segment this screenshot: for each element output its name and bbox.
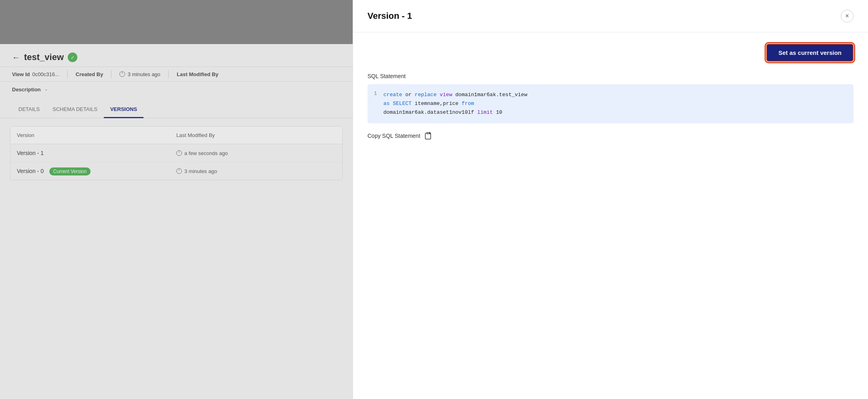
- copy-sql-label: Copy SQL Statement: [367, 133, 420, 139]
- last-modified-label: Last Modified By: [177, 71, 218, 77]
- version-1-time-value: a few seconds ago: [184, 150, 228, 156]
- versions-table: Version Last Modified By Version - 1 a f…: [10, 126, 343, 180]
- created-by-item: Created By: [76, 71, 103, 77]
- version-0-text: Version - 0: [17, 168, 44, 174]
- table-row[interactable]: Version - 1 a few seconds ago: [10, 144, 342, 162]
- sql-dataset: domain1mar6ak.dataset1nov10lf: [384, 109, 477, 115]
- table-header: Version Last Modified By: [10, 127, 342, 144]
- modal-body: Set as current version SQL Statement 1 c…: [353, 32, 868, 399]
- version-0-time: 3 minutes ago: [176, 168, 336, 174]
- last-modified-item: Last Modified By: [177, 71, 218, 77]
- version-1-time: a few seconds ago: [176, 150, 336, 156]
- header-version: Version: [17, 132, 176, 138]
- top-overlay: [0, 0, 353, 44]
- modal-header: Version - 1 ×: [353, 0, 868, 32]
- tab-details[interactable]: DETAILS: [12, 101, 46, 118]
- modal-title: Version - 1: [367, 11, 412, 21]
- set-current-version-button[interactable]: Set as current version: [766, 44, 854, 62]
- sql-or: or: [402, 92, 415, 98]
- line-numbers: 1: [367, 91, 384, 117]
- back-arrow-icon[interactable]: ←: [12, 53, 20, 62]
- current-version-badge: Current Version: [49, 167, 91, 175]
- description-row: Description -: [0, 82, 353, 97]
- tab-versions[interactable]: VERSIONS: [104, 101, 143, 118]
- sql-kw-select: SELECT: [393, 101, 412, 107]
- line-number-1: 1: [374, 91, 377, 97]
- clipboard-icon: [424, 131, 432, 140]
- view-id-value: 0c00c316...: [32, 71, 59, 77]
- view-title: test_view: [24, 52, 64, 62]
- left-content: ← test_view ✓ View Id 0c00c316... Create…: [0, 44, 353, 399]
- divider-1: [67, 70, 68, 78]
- version-0-label: Version - 0 Current Version: [17, 168, 176, 174]
- sql-limit-val: 10: [493, 109, 502, 115]
- clock-icon-row1: [176, 150, 182, 156]
- divider-2: [111, 70, 111, 78]
- clock-icon: [119, 71, 125, 77]
- sql-kw-create: create: [384, 92, 402, 98]
- close-button[interactable]: ×: [841, 10, 854, 22]
- meta-row: View Id 0c00c316... Created By 3 minutes…: [0, 66, 353, 82]
- check-icon: ✓: [68, 52, 77, 62]
- time-value: 3 minutes ago: [127, 71, 160, 77]
- description-label: Description: [12, 87, 41, 93]
- sql-view-name: domain1mar6ak.test_view: [452, 92, 527, 98]
- sql-code-content: create or replace view domain1mar6ak.tes…: [384, 91, 527, 117]
- back-nav: ← test_view ✓: [0, 44, 353, 66]
- copy-sql-row[interactable]: Copy SQL Statement: [367, 131, 854, 140]
- created-by-label: Created By: [76, 71, 103, 77]
- version-0-time-value: 3 minutes ago: [184, 168, 217, 174]
- divider-3: [168, 70, 169, 78]
- sql-kw-limit: limit: [477, 109, 493, 115]
- header-last-modified: Last Modified By: [176, 132, 336, 138]
- time-item: 3 minutes ago: [119, 71, 160, 77]
- sql-code-block: 1 create or replace view domain1mar6ak.t…: [367, 84, 854, 123]
- sql-section-label: SQL Statement: [367, 73, 854, 79]
- right-panel: Version - 1 × Set as current version SQL…: [353, 0, 868, 399]
- tab-schema-details[interactable]: SCHEMA DETAILS: [46, 101, 104, 118]
- description-value: -: [45, 87, 47, 93]
- sql-kw-view: view: [440, 92, 452, 98]
- left-panel: ← test_view ✓ View Id 0c00c316... Create…: [0, 0, 353, 399]
- sql-as: as: [384, 101, 390, 107]
- tabs-row: DETAILS SCHEMA DETAILS VERSIONS: [0, 101, 353, 118]
- clock-icon-row2: [176, 168, 182, 174]
- view-id-item: View Id 0c00c316...: [12, 71, 59, 77]
- version-1-label: Version - 1: [17, 150, 176, 156]
- table-row[interactable]: Version - 0 Current Version 3 minutes ag…: [10, 162, 342, 180]
- sql-kw-replace: replace: [415, 92, 437, 98]
- view-id-label: View Id: [12, 71, 30, 77]
- sql-columns: itemname,price: [412, 101, 462, 107]
- sql-kw-from: from: [462, 101, 474, 107]
